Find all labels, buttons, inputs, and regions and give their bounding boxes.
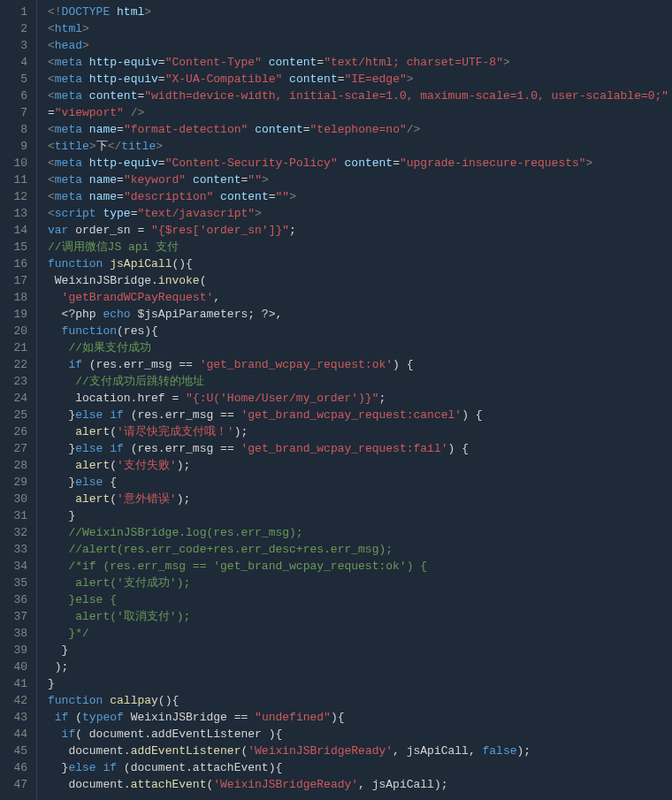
code-line[interactable]: function jsApiCall(){ (48, 255, 672, 272)
code-line[interactable]: document.addEventListener('WeixinJSBridg… (48, 743, 672, 759)
code-line[interactable]: <meta content="width=device-width, initi… (48, 88, 672, 104)
code-line[interactable]: //WeixinJSBridge.log(res.err_msg); (48, 524, 672, 541)
token (48, 593, 68, 606)
code-line[interactable]: <meta name="keyword" content=""> (48, 171, 672, 188)
code-line[interactable]: } (48, 507, 672, 524)
token (48, 492, 75, 506)
code-line[interactable]: } (48, 675, 672, 692)
code-line[interactable]: WeixinJSBridge.invoke( (48, 272, 672, 289)
code-editor[interactable]: 1234567891011121314151617181920212223242… (0, 0, 672, 800)
token: else (68, 761, 95, 774)
token: ); (177, 492, 191, 506)
line-number: 22 (0, 356, 27, 373)
line-number: 38 (0, 625, 27, 642)
code-line[interactable]: ="viewport" /> (48, 104, 672, 121)
code-line[interactable]: <meta name="description" content=""> (48, 188, 672, 205)
code-line[interactable]: }else { (48, 591, 672, 608)
code-line[interactable]: <!DOCTYPE html> (48, 4, 672, 20)
line-number: 41 (0, 675, 27, 692)
token (48, 543, 68, 556)
code-line[interactable]: alert('意外错误'); (48, 491, 672, 507)
code-line[interactable]: }else if (res.err_msg == 'get_brand_wcpa… (48, 407, 672, 423)
code-line[interactable]: //如果支付成功 (48, 339, 672, 356)
code-line[interactable]: ); (48, 659, 672, 675)
code-line[interactable]: document.attachEvent('WeixinJSBridgeRead… (48, 776, 672, 793)
code-line[interactable]: <meta http-equiv="Content-Security-Polic… (48, 155, 672, 171)
token: </ (108, 140, 122, 153)
token: = (158, 156, 165, 170)
code-line[interactable]: <html> (48, 20, 672, 37)
token (48, 627, 68, 640)
code-line[interactable]: <meta http-equiv="X-UA-Compatible" conte… (48, 71, 672, 88)
code-line[interactable]: alert('支付成功'); (48, 575, 672, 591)
token: meta (55, 156, 82, 170)
token: > (144, 5, 151, 19)
code-line[interactable]: if (res.err_msg == 'get_brand_wcpay_requ… (48, 356, 672, 373)
token: //alert(res.err_code+res.err_desc+res.er… (68, 543, 393, 556)
code-line[interactable]: <?php echo $jsApiParameters; ?>, (48, 306, 672, 323)
token (82, 123, 89, 136)
token: } (48, 408, 75, 422)
token: "{:U('Home/User/my_order')}" (186, 392, 378, 405)
code-line[interactable]: }else if (res.err_msg == 'get_brand_wcpa… (48, 440, 672, 457)
token: if (110, 442, 124, 455)
code-line[interactable]: }else if (document.attachEvent){ (48, 759, 672, 776)
line-number: 5 (0, 71, 27, 88)
code-line[interactable]: if( document.addEventListener ){ (48, 726, 672, 743)
code-line[interactable]: <meta http-equiv="Content-Type" content=… (48, 54, 672, 71)
code-line[interactable]: }*/ (48, 625, 672, 642)
token (248, 123, 255, 136)
token (48, 291, 62, 304)
token: > (262, 173, 269, 187)
code-line[interactable]: //调用微信JS api 支付 (48, 239, 672, 255)
token: else (75, 476, 103, 489)
token: var (48, 224, 68, 237)
code-line[interactable]: var order_sn = "{$res['order_sn']}"; (48, 222, 672, 239)
token (48, 728, 62, 741)
code-line[interactable]: /*if (res.err_msg == 'get_brand_wcpay_re… (48, 558, 672, 575)
code-line[interactable]: }else { (48, 474, 672, 491)
token: }*/ (68, 627, 88, 640)
token: content (220, 190, 269, 203)
code-line[interactable]: alert('支付失败'); (48, 457, 672, 474)
token: = (317, 56, 324, 69)
token: (res){ (117, 324, 158, 338)
token: < (48, 22, 55, 35)
token: < (48, 156, 55, 170)
code-line[interactable]: <meta name="format-detection" content="t… (48, 121, 672, 138)
token: ); (517, 744, 531, 758)
token: typeof (82, 711, 124, 724)
token: ( (68, 711, 82, 724)
token: '意外错误' (117, 492, 177, 506)
code-line[interactable]: //alert(res.err_code+res.err_desc+res.er… (48, 541, 672, 558)
token (48, 560, 68, 573)
line-number: 32 (0, 524, 27, 541)
token: 'get_brand_wcpay_request:fail' (241, 442, 447, 455)
token: "upgrade-insecure-requests" (400, 156, 586, 170)
line-number: 13 (0, 205, 27, 222)
code-line[interactable]: function(res){ (48, 323, 672, 339)
token: html (55, 22, 82, 35)
code-line[interactable]: location.href = "{:U('Home/User/my_order… (48, 390, 672, 407)
code-line[interactable]: <title>下</title> (48, 138, 672, 155)
code-line[interactable]: alert('取消支付'); (48, 608, 672, 625)
token: ( (110, 459, 117, 472)
code-line[interactable]: } (48, 642, 672, 659)
token: < (48, 56, 55, 69)
token: alert (75, 425, 110, 438)
code-line[interactable]: alert('请尽快完成支付哦！'); (48, 423, 672, 440)
code-line[interactable]: //支付成功后跳转的地址 (48, 373, 672, 390)
token: location.href = (48, 392, 186, 405)
token: content (89, 89, 138, 103)
token: "text/html; charset=UTF-8" (324, 56, 503, 69)
code-line[interactable]: 'getBrandWCPayRequest', (48, 289, 672, 306)
code-line[interactable]: <script type="text/javascript"> (48, 205, 672, 222)
code-line[interactable]: if (typeof WeixinJSBridge == "undefined"… (48, 709, 672, 726)
token: http-equiv (89, 156, 158, 170)
code-area[interactable]: <!DOCTYPE html><html><head><meta http-eq… (37, 0, 672, 800)
token: < (48, 207, 55, 220)
token: http-equiv (89, 72, 158, 86)
token: "width=device-width, initial-scale=1.0, … (144, 89, 668, 103)
code-line[interactable]: function callpay(){ (48, 692, 672, 709)
code-line[interactable]: <head> (48, 37, 672, 54)
